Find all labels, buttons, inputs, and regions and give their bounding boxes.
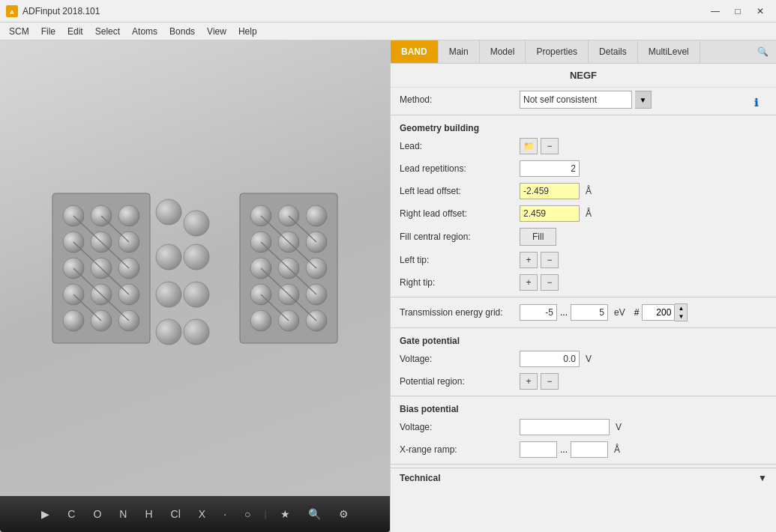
info-icon[interactable]: ℹ — [754, 97, 758, 109]
transmission-count-input[interactable] — [642, 304, 675, 321]
viewer-area[interactable] — [0, 40, 390, 496]
lead-repetitions-input[interactable] — [520, 160, 580, 177]
gate-voltage-label: Voltage: — [400, 354, 520, 364]
right-lead-offset-label: Right lead offset: — [400, 208, 520, 219]
svg-point-5 — [118, 205, 139, 226]
maximize-button[interactable]: □ — [728, 4, 748, 19]
minimize-button[interactable]: — — [706, 4, 725, 19]
dot-btn[interactable]: · — [219, 505, 231, 523]
x-range-from-input[interactable] — [520, 441, 557, 458]
tab-properties[interactable]: Properties — [526, 40, 589, 63]
lead-control: 📁 − — [520, 138, 559, 154]
tab-search-btn[interactable]: 🔍 — [750, 40, 776, 63]
right-tip-label: Right tip: — [400, 277, 520, 288]
settings-btn[interactable]: ⚙ — [334, 505, 353, 523]
transmission-from-input[interactable] — [520, 304, 557, 321]
svg-text:A: A — [10, 9, 14, 16]
tab-band[interactable]: BAND — [391, 40, 439, 63]
potential-region-plus-btn[interactable]: + — [520, 373, 538, 390]
fill-central-row: Fill central region: Fill — [391, 225, 776, 249]
nitrogen-btn[interactable]: N — [115, 505, 131, 523]
lead-label: Lead: — [400, 141, 520, 151]
svg-point-30 — [156, 282, 181, 307]
tab-spacer — [700, 40, 750, 63]
content-scroll[interactable]: NEGF ℹ Method: Not self consistent ▼ Geo… — [391, 64, 776, 532]
method-dropdown-value: Not self consistent — [523, 94, 597, 105]
fill-central-control: Fill — [520, 228, 556, 246]
left-tip-plus-btn[interactable]: + — [520, 252, 538, 268]
method-dropdown-arrow[interactable]: ▼ — [635, 91, 652, 109]
right-tip-minus-btn[interactable]: − — [541, 274, 559, 291]
unknown-element-btn[interactable]: X — [194, 505, 210, 523]
left-lead-offset-row: Left lead offset: Å — [391, 180, 776, 202]
svg-point-31 — [184, 282, 209, 307]
right-lead-offset-input[interactable] — [520, 205, 580, 222]
bias-voltage-input[interactable] — [520, 419, 610, 435]
menu-view[interactable]: View — [201, 25, 232, 38]
technical-section[interactable]: Technical ▼ — [391, 468, 776, 488]
right-lead-offset-row: Right lead offset: Å — [391, 202, 776, 225]
left-lead-offset-input[interactable] — [520, 183, 580, 199]
fill-btn[interactable]: Fill — [520, 228, 556, 246]
gate-voltage-unit: V — [586, 354, 592, 364]
divider-5 — [391, 464, 776, 465]
search-tool-btn[interactable]: 🔍 — [304, 505, 325, 523]
left-tip-minus-btn[interactable]: − — [541, 252, 559, 268]
molecule-viewer[interactable] — [0, 40, 390, 496]
svg-point-33 — [184, 319, 209, 345]
star-btn[interactable]: ★ — [276, 505, 295, 523]
menu-scm[interactable]: SCM — [3, 25, 35, 38]
select-tool-btn[interactable]: ▶ — [37, 505, 54, 523]
tab-model[interactable]: Model — [480, 40, 526, 63]
lead-folder-btn[interactable]: 📁 — [520, 138, 538, 154]
right-tip-plus-btn[interactable]: + — [520, 274, 538, 291]
lead-minus-btn[interactable]: − — [541, 138, 559, 154]
gate-voltage-input[interactable] — [520, 351, 580, 367]
x-range-ramp-row: X-range ramp: ... Å — [391, 438, 776, 461]
menu-edit[interactable]: Edit — [61, 25, 89, 38]
ring-btn[interactable]: ○ — [240, 505, 255, 523]
menu-help[interactable]: Help — [232, 25, 263, 38]
hydrogen-btn[interactable]: H — [140, 505, 157, 523]
lead-repetitions-label: Lead repetitions: — [400, 163, 520, 174]
menu-bar: SCM File Edit Select Atoms Bonds View He… — [0, 22, 776, 40]
bias-voltage-row: Voltage: V — [391, 416, 776, 438]
oxygen-btn[interactable]: O — [88, 505, 106, 523]
potential-region-control: + − — [520, 373, 559, 390]
left-lead-offset-label: Left lead offset: — [400, 186, 520, 196]
svg-point-15 — [63, 310, 84, 331]
tab-main[interactable]: Main — [439, 40, 480, 63]
transmission-count-spinbox[interactable]: ▲ ▼ — [642, 303, 688, 321]
left-lead-offset-unit: Å — [586, 186, 592, 196]
right-panel-inner: NEGF ℹ Method: Not self consistent ▼ Geo… — [391, 64, 776, 532]
title-bar: A ADFinput 2018.101 — □ ✕ — [0, 0, 776, 22]
tab-details[interactable]: Details — [589, 40, 638, 63]
divider-1 — [391, 115, 776, 115]
transmission-energy-control: ... eV # ▲ ▼ — [520, 303, 688, 321]
bias-voltage-control: V — [520, 419, 622, 435]
molecule-svg — [30, 156, 360, 381]
svg-point-26 — [156, 199, 181, 225]
svg-point-37 — [306, 205, 327, 226]
tab-multilevel[interactable]: MultiLevel — [638, 40, 700, 63]
transmission-to-input[interactable] — [571, 304, 608, 321]
spinbox-down-btn[interactable]: ▼ — [675, 312, 687, 321]
spinbox-up-btn[interactable]: ▲ — [675, 304, 687, 312]
left-panel: ▶ C O N H Cl X · ○ | ★ 🔍 ⚙ — [0, 40, 390, 532]
svg-point-29 — [184, 244, 209, 270]
app-title: ADFinput 2018.101 — [22, 6, 706, 16]
potential-region-row: Potential region: + − — [391, 370, 776, 393]
chlorine-btn[interactable]: Cl — [166, 505, 185, 523]
menu-bonds[interactable]: Bonds — [163, 25, 201, 38]
carbon-btn[interactable]: C — [63, 505, 79, 523]
potential-region-minus-btn[interactable]: − — [541, 373, 559, 390]
left-lead-offset-control: Å — [520, 183, 592, 199]
fill-central-label: Fill central region: — [400, 232, 520, 242]
close-button[interactable]: ✕ — [751, 4, 770, 19]
menu-select[interactable]: Select — [89, 25, 126, 38]
transmission-energy-row: Transmission energy grid: ... eV # ▲ ▼ — [391, 300, 776, 324]
menu-file[interactable]: File — [35, 25, 61, 38]
x-range-to-input[interactable] — [571, 441, 608, 458]
method-dropdown[interactable]: Not self consistent — [520, 91, 632, 109]
menu-atoms[interactable]: Atoms — [126, 25, 163, 38]
